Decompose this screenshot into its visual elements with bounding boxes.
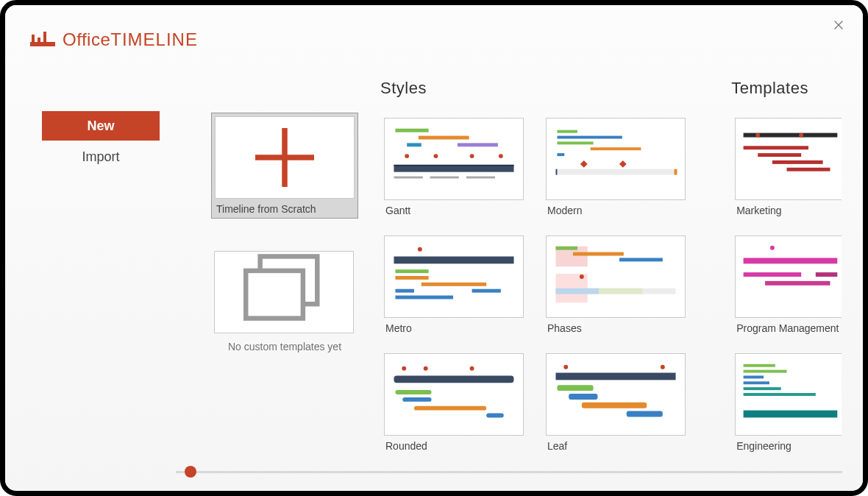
svg-rect-31 <box>421 283 486 286</box>
plus-icon <box>216 117 354 198</box>
svg-rect-58 <box>744 146 808 149</box>
svg-rect-54 <box>555 373 675 380</box>
svg-rect-22 <box>591 147 641 150</box>
svg-point-46 <box>470 366 474 371</box>
card-label: Marketing <box>735 205 838 216</box>
close-button[interactable] <box>829 15 848 35</box>
svg-rect-68 <box>744 370 787 373</box>
scratch-thumbnail <box>215 116 355 199</box>
svg-rect-50 <box>414 406 486 411</box>
sidebar-item-import[interactable]: Import <box>42 142 160 171</box>
svg-rect-60 <box>772 160 823 164</box>
svg-rect-15 <box>394 165 513 166</box>
style-card-phases[interactable]: Phases <box>542 232 689 338</box>
progress-handle[interactable] <box>185 466 196 478</box>
style-thumb <box>546 118 686 200</box>
svg-rect-17 <box>430 177 459 179</box>
svg-rect-37 <box>573 252 624 256</box>
svg-rect-6 <box>395 129 428 132</box>
templates-column: Templates <box>731 79 863 458</box>
style-card-metro[interactable]: Metro <box>380 232 527 338</box>
templates-grid: Marketing <box>731 114 863 456</box>
svg-rect-20 <box>557 136 622 139</box>
svg-rect-21 <box>557 141 593 144</box>
svg-rect-30 <box>395 276 428 280</box>
svg-rect-67 <box>744 364 775 367</box>
sidebar: New Import <box>5 76 174 458</box>
svg-rect-23 <box>557 153 564 156</box>
card-label: Program Management <box>735 322 838 334</box>
svg-rect-73 <box>744 411 838 418</box>
svg-rect-26 <box>675 169 677 175</box>
style-thumb <box>546 353 686 436</box>
svg-point-12 <box>470 154 474 158</box>
empty-label: No custom templates yet <box>214 341 355 352</box>
svg-point-62 <box>770 246 775 250</box>
template-card-engineering[interactable]: Engineering <box>731 350 842 456</box>
svg-rect-29 <box>395 269 428 273</box>
svg-point-27 <box>418 247 422 252</box>
styles-grid: Gantt <box>380 114 702 456</box>
style-card-gantt[interactable]: Gantt <box>380 114 527 220</box>
svg-rect-19 <box>557 130 577 133</box>
styles-title: Styles <box>380 79 702 98</box>
svg-rect-18 <box>466 177 495 179</box>
svg-rect-36 <box>555 247 577 250</box>
svg-rect-72 <box>744 393 816 396</box>
template-thumb <box>735 118 842 200</box>
svg-rect-61 <box>787 168 830 171</box>
svg-point-53 <box>661 365 665 369</box>
logo-text: OfficeTIMELINE <box>63 29 198 50</box>
stack-icon <box>215 252 353 333</box>
svg-rect-8 <box>407 143 421 146</box>
template-thumb <box>735 235 842 318</box>
svg-rect-16 <box>394 177 422 179</box>
progress-slider[interactable] <box>176 467 842 476</box>
card-no-custom-templates: No custom templates yet <box>211 248 358 355</box>
logo-icon <box>30 27 55 52</box>
sidebar-item-new[interactable]: New <box>42 111 160 141</box>
svg-rect-9 <box>458 143 498 146</box>
style-card-leaf[interactable]: Leaf <box>542 350 689 456</box>
svg-rect-1 <box>32 35 35 42</box>
scratch-column: Timeline from Scratch No custom template… <box>174 79 351 458</box>
close-icon <box>834 21 843 29</box>
svg-point-45 <box>424 366 428 371</box>
svg-rect-64 <box>744 272 802 277</box>
sidebar-item-label: New <box>87 118 114 134</box>
svg-point-44 <box>402 366 406 371</box>
svg-point-11 <box>434 154 438 158</box>
svg-rect-47 <box>394 375 513 383</box>
svg-rect-0 <box>30 42 55 46</box>
card-label: Gantt <box>384 205 524 216</box>
app-logo: OfficeTIMELINE <box>30 27 198 52</box>
svg-rect-38 <box>619 258 663 261</box>
template-card-program-management[interactable]: Program Management <box>731 232 842 338</box>
svg-rect-65 <box>765 281 830 286</box>
svg-point-57 <box>799 133 803 138</box>
svg-rect-49 <box>402 397 431 402</box>
main-area: Timeline from Scratch No custom template… <box>174 76 863 458</box>
empty-thumbnail <box>214 251 354 333</box>
svg-rect-34 <box>395 296 453 300</box>
card-timeline-from-scratch[interactable]: Timeline from Scratch <box>211 113 358 219</box>
style-card-modern[interactable]: Modern <box>542 114 689 220</box>
template-card-marketing[interactable]: Marketing <box>731 114 842 220</box>
svg-rect-5 <box>246 271 303 319</box>
card-label: Metro <box>384 322 524 334</box>
card-label: Timeline from Scratch <box>215 203 355 215</box>
svg-rect-63 <box>744 258 838 263</box>
svg-rect-70 <box>744 381 769 384</box>
svg-rect-7 <box>419 136 469 140</box>
svg-rect-3 <box>43 32 46 42</box>
style-card-rounded[interactable]: Rounded <box>380 350 527 456</box>
svg-rect-25 <box>555 169 557 175</box>
svg-rect-59 <box>758 153 801 157</box>
card-label: Rounded <box>384 440 524 452</box>
card-label: Leaf <box>546 440 686 452</box>
style-thumb <box>384 235 524 318</box>
svg-point-52 <box>563 365 568 369</box>
svg-point-10 <box>405 154 409 158</box>
svg-rect-71 <box>744 387 781 390</box>
svg-rect-24 <box>555 169 675 175</box>
